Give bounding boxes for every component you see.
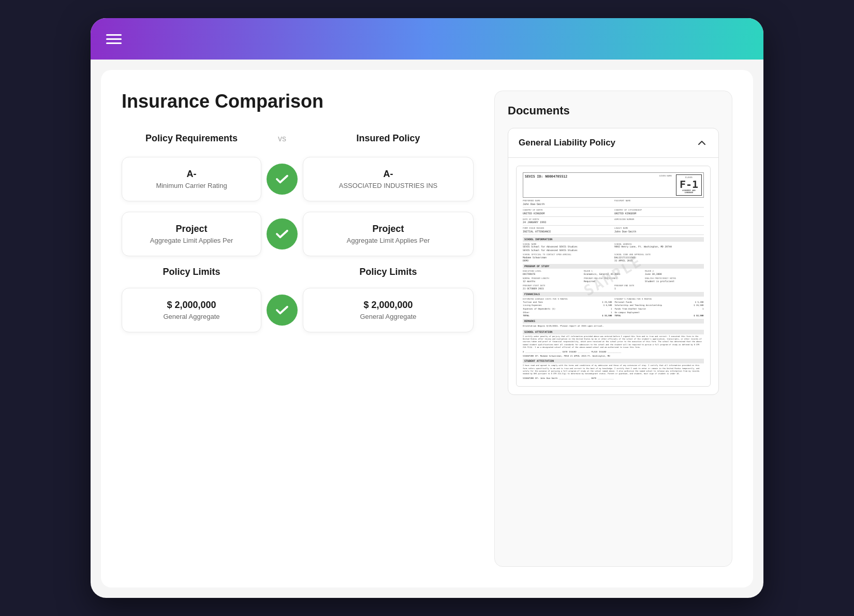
ins-general-aggregate-value: $ 2,000,000 xyxy=(314,300,463,311)
req-carrier-rating-card: A- Minimum Carrier Rating xyxy=(122,157,261,201)
check-icon-1 xyxy=(267,164,298,195)
ins-section-title: Policy Limits xyxy=(303,267,474,277)
doc-sample-content: sample SEVIS ID: N0004705512 GIVEN NAME xyxy=(517,166,710,386)
ins-carrier-rating-value: A- xyxy=(314,169,463,180)
hamburger-menu[interactable] xyxy=(106,34,122,44)
doc-image: sample SEVIS ID: N0004705512 GIVEN NAME xyxy=(516,166,711,387)
check-col-2 xyxy=(261,218,303,250)
comparison-header: Policy Requirements vs Insured Policy xyxy=(122,133,474,144)
ins-aggregate-value: Project xyxy=(314,224,463,234)
documents-title: Documents xyxy=(508,104,719,118)
chevron-up-icon[interactable] xyxy=(696,137,708,149)
general-liability-section: General Liability Policy sample xyxy=(508,128,719,395)
ins-general-aggregate-label: General Aggregate xyxy=(314,313,463,320)
check-icon-2 xyxy=(267,218,298,250)
page-title: Insurance Comparison xyxy=(122,91,474,112)
documents-panel: Documents General Liability Policy sampl… xyxy=(494,91,732,567)
main-content: Insurance Comparison Policy Requirements… xyxy=(101,70,753,588)
req-carrier-rating-label: Minimum Carrier Rating xyxy=(132,182,251,189)
ins-aggregate-card: Project Aggregate Limit Applies Per xyxy=(303,212,474,256)
req-section-title: Policy Limits xyxy=(122,267,261,277)
insured-header: Insured Policy xyxy=(303,133,474,144)
vs-label: vs xyxy=(261,134,303,143)
doc-section-title: General Liability Policy xyxy=(519,138,615,148)
carrier-rating-row: A- Minimum Carrier Rating A- ASSOCIATED … xyxy=(122,157,474,201)
check-col-1 xyxy=(261,164,303,195)
check-icon-3 xyxy=(267,295,298,326)
ins-general-aggregate-card: $ 2,000,000 General Aggregate xyxy=(303,288,474,332)
doc-image-container: sample SEVIS ID: N0004705512 GIVEN NAME xyxy=(508,158,718,394)
req-general-aggregate-value: $ 2,000,000 xyxy=(132,300,251,311)
ins-policy-limits-title: Policy Limits xyxy=(359,267,417,277)
general-aggregate-row: $ 2,000,000 General Aggregate $ 2,000,00… xyxy=(122,288,474,332)
ins-aggregate-label: Aggregate Limit Applies Per xyxy=(314,237,463,244)
left-panel: Insurance Comparison Policy Requirements… xyxy=(122,91,474,567)
device-frame: Insurance Comparison Policy Requirements… xyxy=(91,18,763,598)
req-carrier-rating-value: A- xyxy=(132,169,251,180)
ins-carrier-rating-card: A- ASSOCIATED INDUSTRIES INS xyxy=(303,157,474,201)
req-aggregate-value: Project xyxy=(132,224,251,234)
doc-section-header: General Liability Policy xyxy=(508,128,718,158)
check-col-3 xyxy=(261,295,303,326)
top-bar xyxy=(91,18,763,60)
req-aggregate-label: Aggregate Limit Applies Per xyxy=(132,237,251,244)
req-general-aggregate-card: $ 2,000,000 General Aggregate xyxy=(122,288,261,332)
ins-carrier-rating-label: ASSOCIATED INDUSTRIES INS xyxy=(314,182,463,189)
req-policy-limits-title: Policy Limits xyxy=(163,267,220,277)
req-general-aggregate-label: General Aggregate xyxy=(132,313,251,320)
requirements-header: Policy Requirements xyxy=(122,133,261,144)
req-aggregate-card: Project Aggregate Limit Applies Per xyxy=(122,212,261,256)
aggregate-row: Project Aggregate Limit Applies Per Proj… xyxy=(122,212,474,256)
policy-limits-header-row: Policy Limits Policy Limits xyxy=(122,267,474,277)
